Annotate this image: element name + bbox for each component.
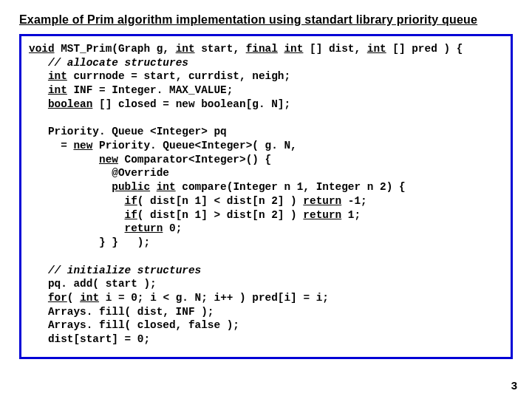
kw-void: void	[29, 43, 55, 55]
t: 0;	[163, 222, 182, 234]
comment: // initialize structures	[48, 265, 201, 276]
t: currnode = start, currdist, neigh;	[67, 70, 290, 82]
kw-return: return	[125, 222, 163, 234]
kw-new: new	[99, 154, 118, 166]
t	[29, 154, 99, 166]
t: ( dist[n 1] > dist[n 2] )	[137, 209, 304, 221]
t	[29, 84, 48, 96]
kw-new: new	[73, 140, 92, 151]
kw-if: if	[125, 209, 137, 221]
kw-if: if	[125, 195, 137, 207]
slide-title: Example of Prim algorithm implementation…	[19, 13, 513, 27]
kw-return: return	[303, 195, 341, 207]
kw-public: public	[112, 181, 150, 193]
kw-int: int	[48, 84, 67, 96]
t: (	[67, 292, 80, 304]
code-box: void MST_Prim(Graph g, int start, final …	[19, 34, 513, 359]
t: Priority. Queue<Integer>( g. N,	[92, 140, 296, 151]
t	[29, 222, 125, 234]
t	[29, 250, 35, 262]
comment: // allocate structures	[48, 57, 188, 69]
t: INF = Integer. MAX_VALUE;	[67, 84, 233, 96]
kw-int: int	[157, 181, 176, 193]
kw-int: int	[367, 43, 386, 55]
t: i = 0; i < g. N; i++ ) pred[i] = i;	[99, 292, 329, 304]
t	[29, 181, 112, 193]
t: Comparator<Integer>() {	[118, 154, 271, 166]
t: pq. add( start );	[29, 278, 157, 290]
code-listing: void MST_Prim(Graph g, int start, final …	[29, 42, 503, 347]
t	[29, 112, 35, 124]
t: dist[start] = 0;	[29, 333, 150, 345]
kw-boolean: boolean	[48, 98, 92, 110]
t: -1;	[341, 195, 367, 207]
t: [] pred ) {	[386, 43, 463, 55]
t	[150, 181, 157, 193]
page-number: 3	[511, 379, 517, 392]
t: ( dist[n 1] < dist[n 2] )	[137, 195, 304, 207]
kw-for: for	[48, 292, 67, 304]
t	[29, 292, 48, 304]
t: } } );	[29, 236, 150, 248]
kw-int: int	[48, 70, 67, 82]
t: @Override	[29, 167, 169, 179]
kw-final: final	[246, 43, 278, 55]
t: Arrays. fill( dist, INF );	[29, 306, 214, 318]
t	[29, 70, 48, 82]
t: [] dist,	[303, 43, 366, 55]
t	[29, 195, 125, 207]
kw-int: int	[80, 292, 99, 304]
t	[29, 57, 48, 69]
slide: Example of Prim algorithm implementation…	[0, 0, 532, 399]
t: 1;	[341, 209, 361, 221]
kw-int: int	[284, 43, 303, 55]
t: Priority. Queue <Integer> pq	[29, 126, 227, 137]
t: MST_Prim(Graph g,	[55, 43, 176, 55]
t	[29, 98, 48, 110]
t	[29, 209, 125, 221]
t: =	[29, 140, 73, 151]
kw-int: int	[176, 43, 195, 55]
kw-return: return	[303, 209, 341, 221]
t	[29, 265, 48, 276]
t: compare(Integer n 1, Integer n 2) {	[176, 181, 406, 193]
t: Arrays. fill( closed, false );	[29, 319, 239, 331]
t: start,	[195, 43, 246, 55]
t: [] closed = new boolean[g. N];	[92, 98, 290, 110]
